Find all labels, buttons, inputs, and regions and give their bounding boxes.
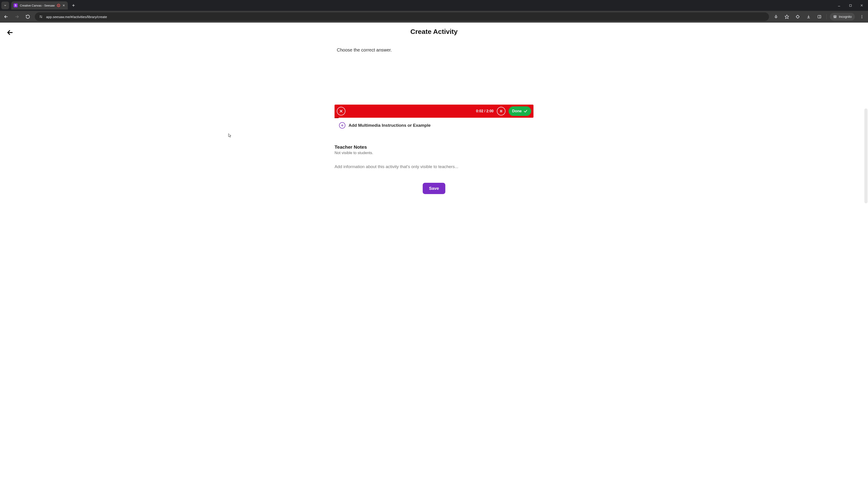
incognito-indicator[interactable]: Incognito (830, 13, 855, 21)
save-row: Save (335, 183, 533, 194)
tab-title: Creative Canvas - Seesaw (20, 4, 55, 7)
tab-search-dropdown[interactable] (1, 2, 9, 9)
arrow-left-icon (6, 29, 13, 36)
close-window-button[interactable] (857, 2, 867, 9)
puzzle-icon (796, 15, 800, 19)
browser-chrome: S Creative Canvas - Seesaw (0, 0, 868, 23)
teacher-notes-title: Teacher Notes (335, 144, 533, 150)
star-icon (784, 14, 789, 19)
pause-recording-button[interactable] (497, 107, 505, 116)
mic-icon (774, 15, 778, 19)
reload-icon (26, 14, 30, 19)
incognito-icon (833, 15, 837, 19)
done-label: Done (512, 109, 522, 113)
browser-toolbar: app.seesaw.me/#/activities/library/creat… (0, 11, 868, 23)
add-multimedia-row[interactable]: Add Multimedia Instructions or Example (335, 122, 533, 129)
extensions-button[interactable] (794, 13, 802, 21)
svg-rect-31 (501, 110, 502, 112)
svg-marker-16 (785, 15, 789, 19)
incognito-label: Incognito (839, 15, 852, 19)
scrollbar[interactable] (864, 108, 868, 203)
svg-point-22 (835, 17, 836, 18)
recording-bar: 0:02 / 2:00 Done (335, 105, 533, 118)
chevron-down-icon (4, 4, 7, 7)
reload-button[interactable] (24, 13, 32, 21)
plus-circle-icon (339, 122, 345, 129)
save-button[interactable]: Save (423, 183, 445, 194)
page-header: Create Activity (0, 23, 868, 41)
close-icon (339, 109, 343, 113)
arrow-right-icon (15, 14, 19, 19)
page-title: Create Activity (410, 28, 458, 35)
toolbar-right: Incognito (772, 13, 866, 21)
browser-tab[interactable]: S Creative Canvas - Seesaw (11, 1, 68, 9)
check-icon (524, 109, 528, 113)
teacher-notes-section: Teacher Notes Not visible to students. (335, 144, 533, 169)
recording-bar-container: 0:02 / 2:00 Done (335, 105, 533, 118)
maximize-icon (849, 4, 852, 7)
instruction-text[interactable]: Choose the correct answer. (335, 41, 533, 53)
seesaw-favicon-icon: S (13, 3, 18, 7)
svg-point-10 (40, 16, 41, 17)
pause-icon (500, 109, 503, 113)
side-panel-button[interactable] (815, 13, 823, 21)
close-tab-button[interactable] (62, 4, 65, 7)
save-label: Save (429, 186, 439, 191)
address-bar[interactable]: app.seesaw.me/#/activities/library/creat… (35, 12, 769, 21)
kebab-icon (860, 15, 864, 19)
done-recording-button[interactable]: Done (508, 106, 531, 116)
arrow-left-icon (4, 14, 8, 19)
close-icon (860, 4, 863, 7)
svg-rect-14 (776, 15, 777, 17)
browser-menu-button[interactable] (858, 13, 866, 21)
cancel-recording-button[interactable] (337, 107, 345, 116)
add-multimedia-label: Add Multimedia Instructions or Example (348, 123, 431, 128)
svg-point-24 (862, 15, 862, 16)
app-viewport: Create Activity Choose the correct answe… (0, 23, 868, 488)
voice-search-button[interactable] (772, 13, 780, 21)
nav-back-button[interactable] (2, 13, 10, 21)
svg-point-21 (834, 17, 835, 18)
svg-point-25 (862, 17, 862, 17)
svg-rect-5 (849, 4, 851, 6)
url-text: app.seesaw.me/#/activities/library/creat… (46, 15, 107, 19)
maximize-window-button[interactable] (845, 2, 855, 9)
nav-forward-button[interactable] (13, 13, 21, 21)
site-settings-icon[interactable] (38, 14, 43, 19)
minimize-icon (837, 4, 841, 7)
cursor-icon (228, 133, 232, 138)
svg-point-12 (41, 17, 42, 18)
panel-icon (817, 15, 822, 19)
new-tab-button[interactable] (70, 2, 77, 9)
plus-icon (72, 4, 75, 7)
window-controls (834, 2, 868, 9)
download-icon (807, 15, 811, 19)
minimize-window-button[interactable] (834, 2, 844, 9)
content-area: Choose the correct answer. 0:02 / 2:00 D… (330, 41, 538, 194)
svg-point-26 (862, 18, 862, 18)
recording-progress (335, 117, 339, 118)
teacher-notes-input[interactable] (335, 164, 533, 169)
svg-rect-30 (500, 110, 501, 112)
recording-indicator-icon (57, 4, 60, 7)
tab-strip: S Creative Canvas - Seesaw (0, 0, 868, 11)
bookmark-button[interactable] (783, 13, 791, 21)
close-icon (62, 4, 65, 7)
back-button[interactable] (5, 28, 14, 37)
recording-time: 0:02 / 2:00 (476, 109, 493, 113)
downloads-button[interactable] (805, 13, 812, 21)
teacher-notes-subtitle: Not visible to students. (335, 151, 533, 155)
svg-rect-19 (818, 15, 821, 18)
